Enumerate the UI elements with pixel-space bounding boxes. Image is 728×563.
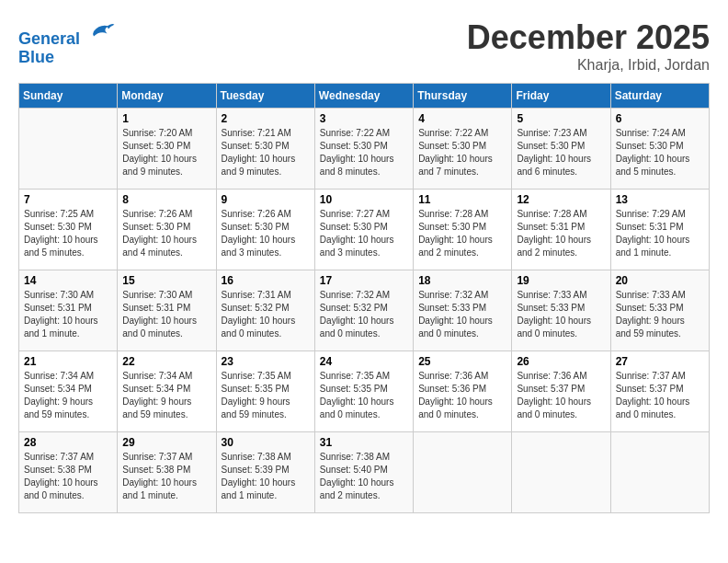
day-number: 6 <box>616 112 704 125</box>
day-info: Sunrise: 7:34 AM Sunset: 5:34 PM Dayligh… <box>122 370 210 421</box>
day-number: 4 <box>418 112 506 125</box>
day-cell: 2Sunrise: 7:21 AM Sunset: 5:30 PM Daylig… <box>216 109 314 190</box>
day-info: Sunrise: 7:28 AM Sunset: 5:31 PM Dayligh… <box>517 208 605 259</box>
day-info: Sunrise: 7:23 AM Sunset: 5:30 PM Dayligh… <box>517 127 605 178</box>
day-number: 10 <box>320 193 408 206</box>
logo: General Blue <box>18 18 116 67</box>
day-number: 1 <box>122 112 210 125</box>
day-cell: 20Sunrise: 7:33 AM Sunset: 5:33 PM Dayli… <box>610 270 709 351</box>
day-number: 17 <box>320 274 408 287</box>
day-info: Sunrise: 7:22 AM Sunset: 5:30 PM Dayligh… <box>418 127 506 178</box>
day-number: 5 <box>517 112 605 125</box>
page-header: General Blue December 2025 Kharja, Irbid… <box>18 18 710 74</box>
logo-blue: Blue <box>18 48 54 66</box>
day-info: Sunrise: 7:22 AM Sunset: 5:30 PM Dayligh… <box>320 127 408 178</box>
col-header-saturday: Saturday <box>610 84 709 109</box>
day-cell: 7Sunrise: 7:25 AM Sunset: 5:30 PM Daylig… <box>19 190 118 270</box>
day-cell: 13Sunrise: 7:29 AM Sunset: 5:31 PM Dayli… <box>610 190 709 270</box>
day-info: Sunrise: 7:38 AM Sunset: 5:40 PM Dayligh… <box>320 451 408 502</box>
day-info: Sunrise: 7:37 AM Sunset: 5:38 PM Dayligh… <box>24 451 112 502</box>
logo-general: General <box>18 29 80 48</box>
day-cell: 22Sunrise: 7:34 AM Sunset: 5:34 PM Dayli… <box>118 351 216 432</box>
day-info: Sunrise: 7:35 AM Sunset: 5:35 PM Dayligh… <box>222 370 310 421</box>
day-cell: 11Sunrise: 7:28 AM Sunset: 5:30 PM Dayli… <box>414 190 512 270</box>
day-number: 27 <box>616 355 704 368</box>
day-cell: 14Sunrise: 7:30 AM Sunset: 5:31 PM Dayli… <box>19 270 118 351</box>
day-cell: 29Sunrise: 7:37 AM Sunset: 5:38 PM Dayli… <box>118 432 216 513</box>
week-row-4: 21Sunrise: 7:34 AM Sunset: 5:34 PM Dayli… <box>19 351 710 432</box>
day-info: Sunrise: 7:31 AM Sunset: 5:32 PM Dayligh… <box>222 289 310 340</box>
day-cell: 17Sunrise: 7:32 AM Sunset: 5:32 PM Dayli… <box>314 270 413 351</box>
day-number: 29 <box>122 436 210 449</box>
col-header-wednesday: Wednesday <box>314 84 413 109</box>
day-cell: 24Sunrise: 7:35 AM Sunset: 5:35 PM Dayli… <box>314 351 413 432</box>
day-info: Sunrise: 7:32 AM Sunset: 5:32 PM Dayligh… <box>320 289 408 340</box>
day-info: Sunrise: 7:20 AM Sunset: 5:30 PM Dayligh… <box>122 127 210 178</box>
day-info: Sunrise: 7:35 AM Sunset: 5:35 PM Dayligh… <box>320 370 408 421</box>
day-info: Sunrise: 7:34 AM Sunset: 5:34 PM Dayligh… <box>24 370 112 421</box>
month-title: December 2025 <box>467 18 710 57</box>
calendar-header-row: SundayMondayTuesdayWednesdayThursdayFrid… <box>19 84 710 109</box>
day-cell: 5Sunrise: 7:23 AM Sunset: 5:30 PM Daylig… <box>512 109 610 190</box>
day-info: Sunrise: 7:30 AM Sunset: 5:31 PM Dayligh… <box>122 289 210 340</box>
day-number: 15 <box>122 274 210 287</box>
day-cell: 4Sunrise: 7:22 AM Sunset: 5:30 PM Daylig… <box>414 109 512 190</box>
day-cell: 21Sunrise: 7:34 AM Sunset: 5:34 PM Dayli… <box>19 351 118 432</box>
day-info: Sunrise: 7:27 AM Sunset: 5:30 PM Dayligh… <box>320 208 408 259</box>
day-cell: 25Sunrise: 7:36 AM Sunset: 5:36 PM Dayli… <box>414 351 512 432</box>
day-cell: 30Sunrise: 7:38 AM Sunset: 5:39 PM Dayli… <box>216 432 314 513</box>
day-number: 19 <box>517 274 605 287</box>
day-info: Sunrise: 7:21 AM Sunset: 5:30 PM Dayligh… <box>222 127 310 178</box>
day-cell: 23Sunrise: 7:35 AM Sunset: 5:35 PM Dayli… <box>216 351 314 432</box>
week-row-3: 14Sunrise: 7:30 AM Sunset: 5:31 PM Dayli… <box>19 270 710 351</box>
day-number: 25 <box>418 355 506 368</box>
day-cell: 16Sunrise: 7:31 AM Sunset: 5:32 PM Dayli… <box>216 270 314 351</box>
calendar-table: SundayMondayTuesdayWednesdayThursdayFrid… <box>18 83 710 513</box>
day-cell: 10Sunrise: 7:27 AM Sunset: 5:30 PM Dayli… <box>314 190 413 270</box>
day-info: Sunrise: 7:28 AM Sunset: 5:30 PM Dayligh… <box>418 208 506 259</box>
week-row-2: 7Sunrise: 7:25 AM Sunset: 5:30 PM Daylig… <box>19 190 710 270</box>
day-info: Sunrise: 7:29 AM Sunset: 5:31 PM Dayligh… <box>616 208 704 259</box>
col-header-sunday: Sunday <box>19 84 118 109</box>
day-number: 28 <box>24 436 112 449</box>
day-cell: 6Sunrise: 7:24 AM Sunset: 5:30 PM Daylig… <box>610 109 709 190</box>
title-block: December 2025 Kharja, Irbid, Jordan <box>467 18 710 74</box>
day-number: 20 <box>616 274 704 287</box>
logo-bird-icon <box>86 18 116 44</box>
day-cell: 8Sunrise: 7:26 AM Sunset: 5:30 PM Daylig… <box>118 190 216 270</box>
day-cell <box>414 432 512 513</box>
col-header-friday: Friday <box>512 84 610 109</box>
day-number: 8 <box>122 193 210 206</box>
day-cell: 27Sunrise: 7:37 AM Sunset: 5:37 PM Dayli… <box>610 351 709 432</box>
day-number: 22 <box>122 355 210 368</box>
day-number: 14 <box>24 274 112 287</box>
day-info: Sunrise: 7:37 AM Sunset: 5:37 PM Dayligh… <box>616 370 704 421</box>
day-number: 18 <box>418 274 506 287</box>
week-row-1: 1Sunrise: 7:20 AM Sunset: 5:30 PM Daylig… <box>19 109 710 190</box>
day-cell: 3Sunrise: 7:22 AM Sunset: 5:30 PM Daylig… <box>314 109 413 190</box>
day-info: Sunrise: 7:36 AM Sunset: 5:36 PM Dayligh… <box>418 370 506 421</box>
location-subtitle: Kharja, Irbid, Jordan <box>467 57 710 74</box>
day-number: 31 <box>320 436 408 449</box>
day-cell: 19Sunrise: 7:33 AM Sunset: 5:33 PM Dayli… <box>512 270 610 351</box>
day-info: Sunrise: 7:36 AM Sunset: 5:37 PM Dayligh… <box>517 370 605 421</box>
day-info: Sunrise: 7:26 AM Sunset: 5:30 PM Dayligh… <box>122 208 210 259</box>
day-info: Sunrise: 7:33 AM Sunset: 5:33 PM Dayligh… <box>517 289 605 340</box>
day-cell: 31Sunrise: 7:38 AM Sunset: 5:40 PM Dayli… <box>314 432 413 513</box>
day-number: 9 <box>222 193 310 206</box>
day-cell: 9Sunrise: 7:26 AM Sunset: 5:30 PM Daylig… <box>216 190 314 270</box>
col-header-monday: Monday <box>118 84 216 109</box>
day-number: 26 <box>517 355 605 368</box>
day-info: Sunrise: 7:30 AM Sunset: 5:31 PM Dayligh… <box>24 289 112 340</box>
day-cell: 1Sunrise: 7:20 AM Sunset: 5:30 PM Daylig… <box>118 109 216 190</box>
day-cell: 26Sunrise: 7:36 AM Sunset: 5:37 PM Dayli… <box>512 351 610 432</box>
day-cell <box>512 432 610 513</box>
day-number: 2 <box>222 112 310 125</box>
col-header-thursday: Thursday <box>414 84 512 109</box>
day-cell <box>19 109 118 190</box>
day-number: 30 <box>222 436 310 449</box>
day-cell <box>610 432 709 513</box>
col-header-tuesday: Tuesday <box>216 84 314 109</box>
day-cell: 28Sunrise: 7:37 AM Sunset: 5:38 PM Dayli… <box>19 432 118 513</box>
day-number: 7 <box>24 193 112 206</box>
